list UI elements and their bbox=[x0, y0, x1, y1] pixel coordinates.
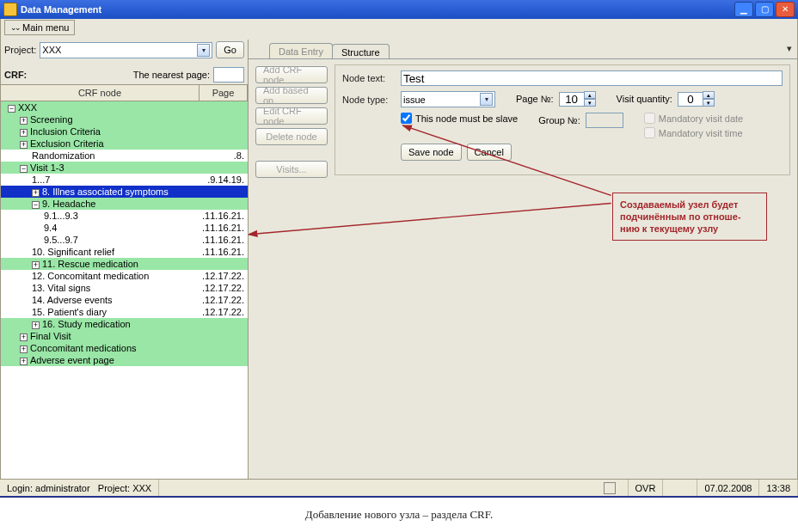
expand-icon[interactable]: + bbox=[20, 333, 28, 341]
tree-header: CRF node Page bbox=[1, 84, 248, 101]
expand-icon[interactable]: + bbox=[20, 358, 28, 365]
chevron-down-icon: ▾ bbox=[584, 99, 596, 107]
crf-label: CRF: bbox=[4, 70, 27, 80]
node-type-row: Node type: issue ▾ Page №: ▴▾ bbox=[342, 91, 783, 107]
tree-row-label: +8. Illnes associated symptoms bbox=[4, 186, 200, 198]
page-n-input[interactable] bbox=[559, 92, 585, 107]
mandatory-date-label: Mandatory visit date bbox=[659, 113, 743, 124]
tree-row-label: 1...7 bbox=[4, 174, 200, 186]
tree-row[interactable]: 12. Concomitant medication.12.17.22. bbox=[1, 270, 248, 282]
mandatory-time-input bbox=[644, 127, 655, 138]
visit-qty-spinner[interactable]: ▴▾ bbox=[678, 91, 715, 107]
maximize-button[interactable]: ▢ bbox=[755, 2, 774, 17]
slave-checkbox-input[interactable] bbox=[401, 113, 412, 124]
tab-data-entry[interactable]: Data Entry bbox=[269, 43, 333, 58]
tree-row[interactable]: 15. Patient's diary.12.17.22. bbox=[1, 306, 248, 318]
tree-row[interactable]: −Visit 1-3 bbox=[1, 162, 248, 174]
go-button[interactable]: Go bbox=[216, 41, 244, 58]
nearest-page-input[interactable] bbox=[213, 67, 244, 83]
expand-icon[interactable]: + bbox=[20, 141, 28, 149]
page-n-spinner[interactable]: ▴▾ bbox=[559, 91, 596, 107]
body-split: Project: XXX ▾ Go CRF: The nearest page:… bbox=[1, 40, 797, 480]
tree-row-label: 10. Significant relief bbox=[4, 246, 200, 258]
mandatory-time-checkbox: Mandatory visit time bbox=[644, 127, 743, 138]
tree-row[interactable]: +Screening bbox=[1, 113, 248, 125]
tree-row[interactable]: +16. Study medication bbox=[1, 318, 248, 330]
tree-row[interactable]: +11. Rescue medication bbox=[1, 258, 248, 270]
main-menu-button[interactable]: ⌄⌄ Main menu bbox=[4, 20, 75, 35]
close-button[interactable]: ✕ bbox=[776, 2, 795, 17]
tree-row[interactable]: +Final Visit bbox=[1, 330, 248, 342]
expand-icon[interactable]: + bbox=[32, 321, 40, 329]
tree-row[interactable]: 14. Adverse events.12.17.22. bbox=[1, 294, 248, 306]
tree-row-label: 9.4 bbox=[4, 222, 200, 234]
group-n-input bbox=[586, 113, 623, 128]
tree-row[interactable]: 1...7.9.14.19. bbox=[1, 174, 248, 186]
expand-icon[interactable]: + bbox=[20, 129, 28, 137]
spinner-buttons[interactable]: ▴▾ bbox=[584, 91, 596, 107]
tree-row[interactable]: +Inclusion Criteria bbox=[1, 125, 248, 138]
save-node-button[interactable]: Save node bbox=[401, 144, 462, 161]
slave-row: This node must be slave Group №: Mandato… bbox=[342, 113, 783, 138]
tree-row[interactable]: 10. Significant relief.11.16.21. bbox=[1, 246, 248, 258]
annotation-box: Создаваемый узел будет подчинённым по от… bbox=[612, 193, 767, 241]
mandatory-date-checkbox: Mandatory visit date bbox=[644, 113, 743, 124]
tree-row[interactable]: 13. Vital signs.12.17.22. bbox=[1, 282, 248, 294]
chevron-up-icon: ▴ bbox=[703, 91, 715, 99]
visit-qty-input[interactable] bbox=[678, 92, 703, 107]
client-area: ⌄⌄ Main menu Project: XXX ▾ Go CRF: bbox=[0, 19, 798, 480]
node-text-input[interactable] bbox=[401, 70, 783, 86]
tree-row-label: Randomization bbox=[4, 150, 200, 162]
save-cancel-row: Save node Cancel bbox=[401, 144, 783, 161]
tree-row-label: −Visit 1-3 bbox=[4, 162, 200, 174]
expand-icon[interactable]: + bbox=[20, 117, 28, 125]
slave-checkbox[interactable]: This node must be slave bbox=[401, 113, 518, 124]
expand-icon[interactable]: + bbox=[20, 345, 28, 353]
collapse-icon[interactable]: − bbox=[8, 105, 15, 113]
project-row: Project: XXX ▾ Go bbox=[1, 40, 248, 60]
chevron-down-icon: ▾ bbox=[703, 99, 715, 107]
node-type-select[interactable]: issue ▾ bbox=[401, 91, 495, 107]
tab-structure[interactable]: Structure bbox=[332, 44, 390, 59]
annotation-line: подчинённым по отноше- bbox=[620, 211, 759, 223]
tree-row[interactable]: Randomization.8. bbox=[1, 150, 248, 162]
project-select[interactable]: XXX ▾ bbox=[40, 42, 212, 58]
cancel-button[interactable]: Cancel bbox=[467, 144, 512, 161]
col-crf-node: CRF node bbox=[1, 85, 200, 101]
spinner-buttons[interactable]: ▴▾ bbox=[703, 91, 715, 107]
tree-row[interactable]: +Concomitant medications bbox=[1, 342, 248, 354]
annotation-line: Создаваемый узел будет bbox=[620, 199, 759, 211]
collapse-icon[interactable]: − bbox=[32, 201, 40, 209]
left-panel: Project: XXX ▾ Go CRF: The nearest page:… bbox=[1, 40, 249, 480]
tab-overflow-icon[interactable]: ▾ bbox=[787, 43, 792, 54]
tree-row-label: +Final Visit bbox=[4, 330, 200, 342]
chevron-up-icon: ▴ bbox=[584, 91, 596, 99]
add-based-on-button[interactable]: Add based on bbox=[255, 87, 328, 104]
chevron-down-icon: ▾ bbox=[480, 93, 493, 106]
tree-row-label: 9.5...9.7 bbox=[4, 234, 200, 246]
tree-row[interactable]: +Exclusion Criteria bbox=[1, 138, 248, 150]
expand-icon[interactable]: + bbox=[32, 189, 40, 197]
window-title: Data Management bbox=[21, 4, 734, 15]
expand-icon[interactable]: + bbox=[32, 261, 40, 269]
edit-crf-node-button[interactable]: Edit CRF node bbox=[255, 107, 328, 125]
tree-row[interactable]: −XXX bbox=[1, 101, 248, 113]
tree-row[interactable]: 9.5...9.7.11.16.21. bbox=[1, 234, 248, 246]
visits-button[interactable]: Visits... bbox=[255, 161, 328, 178]
node-action-buttons: Add CRF node Add based on Edit CRF node … bbox=[255, 66, 328, 178]
mandatory-date-input bbox=[644, 113, 655, 124]
tree-row-label: +16. Study medication bbox=[4, 318, 200, 330]
add-crf-node-button[interactable]: Add CRF node bbox=[255, 66, 328, 83]
delete-node-button[interactable]: Delete node bbox=[255, 128, 328, 145]
tree-row[interactable]: 9.1...9.3.11.16.21. bbox=[1, 210, 248, 222]
crf-tree[interactable]: −XXX+Screening+Inclusion Criteria+Exclus… bbox=[1, 101, 248, 480]
minimize-button[interactable]: ▁ bbox=[734, 2, 753, 17]
tree-row[interactable]: +Adverse event page bbox=[1, 354, 248, 366]
tree-row[interactable]: −9. Headache bbox=[1, 198, 248, 210]
collapse-icon[interactable]: − bbox=[20, 165, 28, 173]
project-value: XXX bbox=[42, 45, 61, 55]
status-date: 07.02.2008 bbox=[697, 480, 759, 496]
node-type-label: Node type: bbox=[342, 95, 396, 105]
tree-row[interactable]: +8. Illnes associated symptoms bbox=[1, 186, 248, 198]
tree-row[interactable]: 9.4.11.16.21. bbox=[1, 222, 248, 234]
